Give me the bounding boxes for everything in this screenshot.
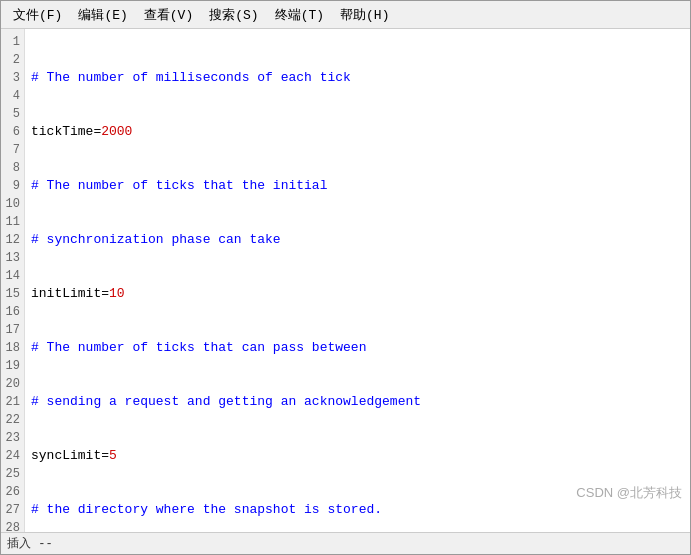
menu-file[interactable]: 文件(F)	[5, 3, 70, 27]
watermark: CSDN @北芳科技	[576, 484, 682, 502]
menu-edit[interactable]: 编辑(E)	[70, 3, 135, 27]
line-numbers: 1 2 3 4 5 6 7 8 9 10 11 12 13 14 15 16 1…	[1, 29, 25, 532]
code-line-9: # the directory where the snapshot is st…	[31, 501, 684, 519]
app-window: 文件(F) 编辑(E) 查看(V) 搜索(S) 终端(T) 帮助(H) 1 2 …	[0, 0, 691, 555]
status-mode: 插入 --	[7, 535, 53, 552]
code-line-4: # synchronization phase can take	[31, 231, 684, 249]
code-line-7: # sending a request and getting an ackno…	[31, 393, 684, 411]
menu-terminal[interactable]: 终端(T)	[267, 3, 332, 27]
code-line-8: syncLimit=5	[31, 447, 684, 465]
code-line-3: # The number of ticks that the initial	[31, 177, 684, 195]
status-bar: 插入 --	[1, 532, 690, 554]
code-line-1: # The number of milliseconds of each tic…	[31, 69, 684, 87]
code-line-5: initLimit=10	[31, 285, 684, 303]
menu-bar: 文件(F) 编辑(E) 查看(V) 搜索(S) 终端(T) 帮助(H)	[1, 1, 690, 29]
menu-view[interactable]: 查看(V)	[136, 3, 201, 27]
code-line-2: tickTime=2000	[31, 123, 684, 141]
code-line-6: # The number of ticks that can pass betw…	[31, 339, 684, 357]
editor-area[interactable]: 1 2 3 4 5 6 7 8 9 10 11 12 13 14 15 16 1…	[1, 29, 690, 532]
menu-search[interactable]: 搜索(S)	[201, 3, 266, 27]
menu-help[interactable]: 帮助(H)	[332, 3, 397, 27]
code-content[interactable]: # The number of milliseconds of each tic…	[25, 29, 690, 532]
